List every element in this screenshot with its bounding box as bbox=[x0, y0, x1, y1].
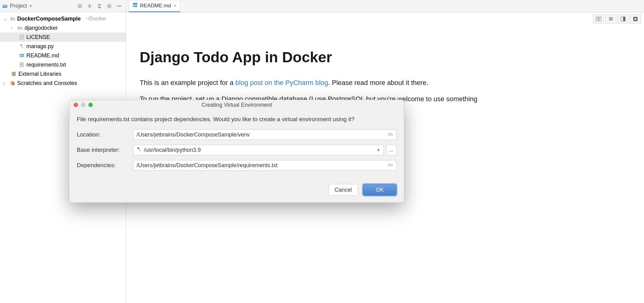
collapse-all-icon[interactable] bbox=[95, 2, 104, 10]
svg-rect-5 bbox=[117, 6, 121, 6]
svg-rect-13 bbox=[13, 72, 14, 76]
dialog-title: Creating Virtual Environment bbox=[69, 102, 404, 108]
close-window-button[interactable] bbox=[74, 103, 78, 107]
svg-rect-18 bbox=[599, 17, 601, 21]
svg-point-3 bbox=[79, 6, 80, 6]
cancel-button[interactable]: Cancel bbox=[328, 184, 358, 196]
tree-item-label: manage.py bbox=[26, 43, 54, 50]
interpreter-label: Base interpreter: bbox=[77, 147, 133, 153]
folder-icon bbox=[17, 25, 23, 31]
blog-link[interactable]: blog post on the PyCharm blog bbox=[235, 79, 328, 86]
svg-rect-17 bbox=[596, 17, 598, 21]
dialog-message: File requirements.txt contains project d… bbox=[77, 116, 397, 123]
tree-item-label: README.md bbox=[26, 52, 59, 59]
paragraph-text: . Please read more about it there. bbox=[328, 79, 429, 86]
text-file-icon bbox=[19, 62, 25, 67]
page-title: Django Todo App in Docker bbox=[140, 46, 632, 68]
dialog-body: File requirements.txt contains project d… bbox=[69, 110, 404, 178]
browse-folder-icon[interactable] bbox=[388, 131, 393, 138]
tree-root-hint: ~/Docker bbox=[85, 16, 106, 22]
paragraph: This is an example project for a blog po… bbox=[140, 78, 632, 88]
dependencies-input[interactable]: /Users/jetbrains/DockerComposeSample/req… bbox=[133, 160, 397, 171]
location-row: Location: /Users/jetbrains/DockerCompose… bbox=[77, 129, 397, 140]
interpreter-value: /usr/local/bin/python3.9 bbox=[144, 147, 201, 153]
dialog-footer: Cancel OK bbox=[69, 178, 404, 202]
tree-item-label: LICENSE bbox=[26, 34, 50, 40]
tab-readme[interactable]: MD README.md × bbox=[129, 0, 180, 12]
chevron-right-icon[interactable]: › bbox=[11, 26, 15, 30]
editor-tabs: MD README.md × bbox=[126, 0, 180, 12]
location-input[interactable]: /Users/jetbrains/DockerComposeSample/ven… bbox=[133, 129, 397, 140]
dependencies-row: Dependencies: /Users/jetbrains/DockerCom… bbox=[77, 160, 397, 171]
svg-point-4 bbox=[108, 5, 111, 7]
window-controls bbox=[74, 103, 93, 107]
tree-item-manage-py[interactable]: manage.py bbox=[0, 42, 126, 51]
location-label: Location: bbox=[77, 131, 133, 138]
gear-icon[interactable] bbox=[105, 2, 114, 10]
scroll-sync-icon[interactable] bbox=[593, 14, 604, 24]
expand-all-icon[interactable] bbox=[85, 2, 94, 10]
chevron-right-icon[interactable]: › bbox=[4, 81, 8, 86]
python-file-icon bbox=[19, 44, 25, 49]
markdown-file-icon: MD bbox=[19, 53, 25, 58]
project-icon bbox=[2, 4, 7, 9]
tree-external-libraries[interactable]: External Libraries bbox=[0, 69, 126, 79]
project-panel-label[interactable]: Project bbox=[10, 3, 27, 9]
zoom-window-button[interactable] bbox=[88, 103, 93, 107]
interpreter-dropdown[interactable]: /usr/local/bin/python3.9 ▼ bbox=[133, 145, 384, 155]
text-file-icon bbox=[19, 34, 25, 40]
paragraph-text: This is an example project for a bbox=[140, 79, 235, 86]
location-value: /Users/jetbrains/DockerComposeSample/ven… bbox=[137, 132, 250, 138]
tree-item-label: External Libraries bbox=[18, 71, 61, 77]
tree-item-label: requirements.txt bbox=[26, 62, 66, 68]
chevron-down-icon[interactable]: ▼ bbox=[29, 4, 33, 8]
project-tool-window-header: Project ▼ bbox=[0, 0, 126, 12]
top-bar: Project ▼ MD README.md × bbox=[0, 0, 644, 12]
svg-point-22 bbox=[634, 18, 636, 20]
python-icon bbox=[137, 147, 142, 153]
svg-text:MD: MD bbox=[20, 55, 24, 57]
editor-toolbar bbox=[592, 14, 641, 24]
tree-item-label: djangodocker bbox=[25, 25, 58, 31]
svg-text:MD: MD bbox=[133, 4, 137, 7]
tab-label: README.md bbox=[140, 3, 171, 9]
chevron-down-icon[interactable]: ▼ bbox=[376, 148, 380, 152]
split-view-icon[interactable] bbox=[618, 14, 629, 24]
tree-item-license[interactable]: LICENSE bbox=[0, 33, 126, 42]
tree-item-readme[interactable]: MD README.md bbox=[0, 51, 126, 60]
dependencies-label: Dependencies: bbox=[77, 162, 133, 169]
tree-scratches[interactable]: › Scratches and Consoles bbox=[0, 79, 126, 88]
tree-root[interactable]: ⌄ DockerComposeSample ~/Docker bbox=[0, 14, 126, 23]
svg-rect-20 bbox=[623, 17, 625, 21]
svg-rect-14 bbox=[14, 72, 15, 76]
libraries-icon bbox=[11, 71, 17, 77]
interpreter-row: Base interpreter: /usr/local/bin/python3… bbox=[77, 145, 397, 155]
select-opened-file-icon[interactable] bbox=[76, 2, 84, 10]
preview-only-icon[interactable] bbox=[630, 14, 641, 24]
svg-point-16 bbox=[13, 83, 15, 85]
svg-rect-12 bbox=[12, 72, 13, 76]
dialog-titlebar[interactable]: Creating Virtual Environment bbox=[69, 100, 404, 110]
browse-folder-icon[interactable] bbox=[388, 162, 393, 169]
minimize-window-button[interactable] bbox=[81, 103, 85, 107]
interpreter-browse-button[interactable]: ... bbox=[386, 145, 397, 155]
markdown-file-icon: MD bbox=[133, 2, 138, 9]
tree-root-label: DockerComposeSample bbox=[17, 16, 81, 22]
ok-button[interactable]: OK bbox=[363, 184, 397, 196]
svg-rect-1 bbox=[3, 5, 7, 6]
folder-icon bbox=[10, 16, 15, 21]
close-icon[interactable]: × bbox=[173, 3, 176, 9]
hide-icon[interactable] bbox=[115, 2, 123, 10]
dependencies-value: /Users/jetbrains/DockerComposeSample/req… bbox=[137, 162, 277, 169]
tree-item-requirements[interactable]: requirements.txt bbox=[0, 60, 126, 69]
create-venv-dialog: Creating Virtual Environment File requir… bbox=[69, 100, 404, 203]
chevron-down-icon[interactable]: ⌄ bbox=[4, 17, 8, 21]
scratches-icon bbox=[10, 80, 15, 86]
tree-item-djangodocker[interactable]: › djangodocker bbox=[0, 23, 126, 33]
tree-item-label: Scratches and Consoles bbox=[17, 80, 77, 86]
editor-only-icon[interactable] bbox=[605, 14, 616, 24]
